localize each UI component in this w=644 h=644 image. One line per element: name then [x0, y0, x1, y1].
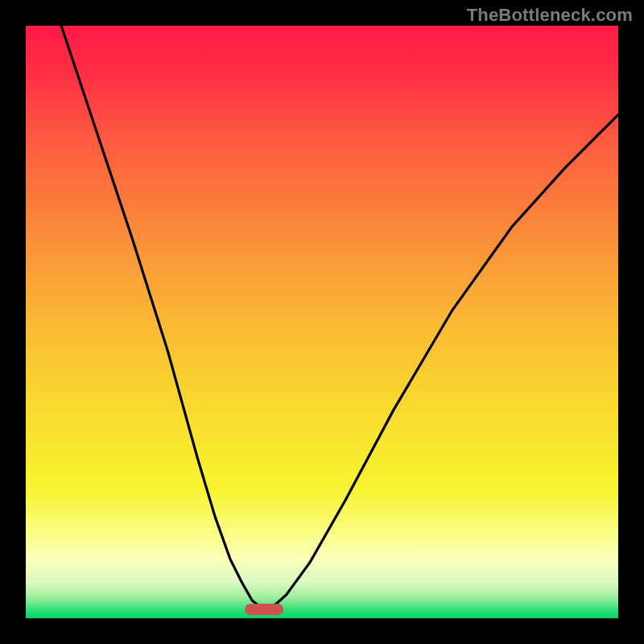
watermark-text: TheBottleneck.com: [467, 5, 633, 26]
bottleneck-curve: [26, 26, 618, 618]
canvas-root: TheBottleneck.com: [0, 0, 644, 644]
valley-marker: [245, 604, 283, 615]
plot-area: [26, 26, 618, 618]
